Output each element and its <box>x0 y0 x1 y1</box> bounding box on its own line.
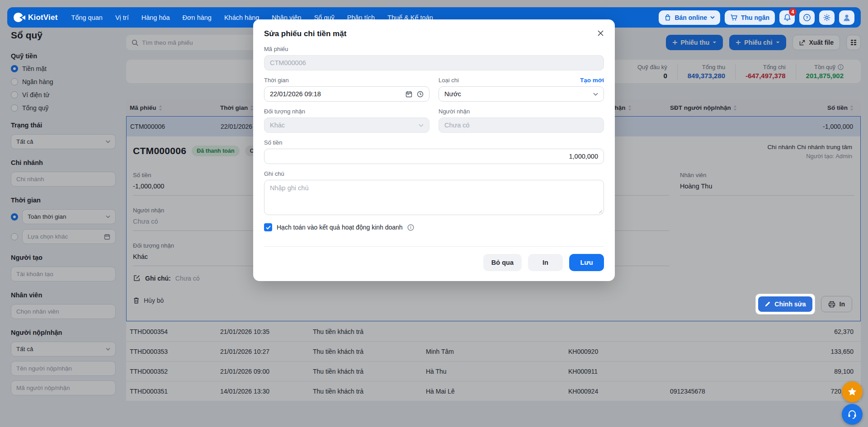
nav-item-hang-hoa[interactable]: Hàng hóa <box>142 14 170 21</box>
ghi-chu-label: Ghi chú <box>264 170 604 177</box>
nguoi-nhan-label: Người nhận <box>439 108 604 115</box>
accounting-checkbox-row: Hạch toán vào kết quả hoạt động kinh doa… <box>264 223 604 231</box>
edit-button-highlight: Chỉnh sửa <box>756 294 814 314</box>
ban-online-button[interactable]: Bán online <box>659 10 720 25</box>
ma-phieu-label: Mã phiếu <box>264 46 604 52</box>
checkbox-checked-icon[interactable] <box>264 223 272 231</box>
notifications-button[interactable]: 4 <box>779 10 795 25</box>
doi-tuong-nhan-label: Đối tượng nhận <box>264 108 429 115</box>
pencil-icon <box>764 301 771 307</box>
app-root: KiotViet Tổng quan Vị trí Hàng hóa Đơn h… <box>0 0 868 427</box>
edit-cash-voucher-modal: Sửa phiếu chi tiền mặt Mã phiếu CTM00000… <box>253 19 615 281</box>
settings-button[interactable] <box>819 10 835 25</box>
star-icon <box>847 387 857 397</box>
loai-chi-label: Loại chi Tạo mới <box>439 77 604 84</box>
resize-handle[interactable] <box>598 209 602 213</box>
gear-icon <box>823 14 831 22</box>
nguoi-nhan-field: Chưa có <box>439 117 604 133</box>
chevron-down-icon <box>419 124 424 127</box>
modal-footer: Bỏ qua In Lưu <box>264 246 604 271</box>
user-avatar-icon <box>842 13 851 22</box>
nav-item-don-hang[interactable]: Đơn hàng <box>183 14 212 21</box>
calendar-icon[interactable] <box>406 91 412 98</box>
chevron-down-icon <box>593 93 598 96</box>
edit-button[interactable]: Chỉnh sửa <box>758 296 812 312</box>
question-icon: ? <box>803 14 811 22</box>
kiotviet-logo[interactable]: KiotViet <box>14 12 58 23</box>
kiotviet-logo-icon <box>14 12 24 23</box>
cart-icon <box>730 14 738 21</box>
tao-moi-link[interactable]: Tạo mới <box>580 77 604 84</box>
info-icon[interactable] <box>407 224 414 231</box>
support-floating-button[interactable] <box>842 404 863 425</box>
rewards-floating-button[interactable] <box>842 381 863 402</box>
thoi-gian-field[interactable]: 22/01/2026 09:18 <box>264 86 429 102</box>
notification-badge: 4 <box>789 8 797 16</box>
loai-chi-select[interactable]: Nước <box>439 86 604 102</box>
brand-name: KiotViet <box>28 13 58 22</box>
so-tien-field[interactable] <box>264 149 604 164</box>
thu-ngan-button[interactable]: Thu ngân <box>725 10 775 25</box>
ma-phieu-field: CTM000006 <box>264 55 604 70</box>
ghi-chu-textarea[interactable] <box>264 180 604 215</box>
clock-icon[interactable] <box>417 91 424 98</box>
cancel-button[interactable]: Bỏ qua <box>483 254 522 271</box>
so-tien-label: Số tiền <box>264 139 604 146</box>
doi-tuong-nhan-select: Khác <box>264 117 429 133</box>
nav-item-vi-tri[interactable]: Vị trí <box>115 14 129 21</box>
shopping-bag-icon <box>664 14 671 21</box>
save-button[interactable]: Lưu <box>569 254 604 271</box>
modal-title: Sửa phiếu chi tiền mặt <box>264 29 604 38</box>
account-avatar[interactable] <box>839 10 854 25</box>
svg-text:?: ? <box>806 15 808 20</box>
nav-item-khach-hang[interactable]: Khách hàng <box>224 14 259 21</box>
thoi-gian-label: Thời gian <box>264 77 429 84</box>
close-icon[interactable] <box>595 28 606 38</box>
nav-item-tong-quan[interactable]: Tổng quan <box>71 14 103 21</box>
chevron-down-icon <box>710 16 715 19</box>
modal-print-button[interactable]: In <box>528 254 563 271</box>
navbar-actions: Bán online Thu ngân 4 ? <box>659 10 854 25</box>
headset-icon <box>847 409 858 420</box>
help-button[interactable]: ? <box>799 10 815 25</box>
